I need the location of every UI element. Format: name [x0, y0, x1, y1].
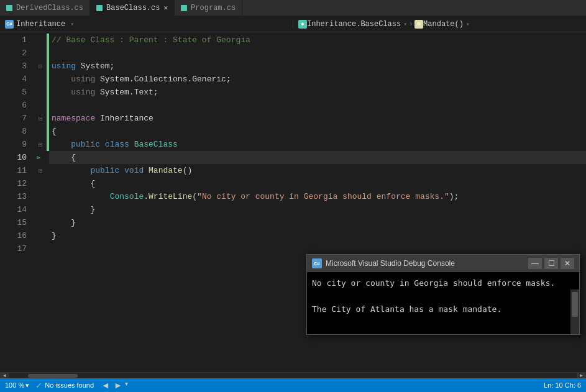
console-line-1: No city or county in Georgia should enfo… — [312, 277, 574, 290]
nav-right-button[interactable]: ► — [112, 380, 124, 390]
method-writeline-13: WriteLine — [149, 190, 192, 203]
code-line-16: } — [49, 229, 586, 242]
console-maximize-button[interactable]: ☐ — [544, 258, 558, 269]
line-numbers: 1 2 3 4 5 6 7 8 9 10 11 12 13 14 15 16 1… — [0, 32, 34, 372]
collapse-using[interactable]: ⊟ — [39, 63, 42, 70]
code-line-5: using System.Text; — [49, 86, 586, 99]
nav-left-button[interactable]: ◄ — [100, 380, 111, 390]
kw-namespace-7: namespace — [52, 112, 95, 125]
console-title-bar: C# Microsoft Visual Studio Debug Console… — [307, 255, 579, 272]
brace-close-14: } — [52, 203, 95, 216]
console-close-button[interactable]: ✕ — [561, 258, 574, 269]
col-15 — [34, 216, 47, 229]
console-scrollbar[interactable] — [570, 289, 579, 334]
class-console-13: Console — [110, 190, 144, 203]
code-line-11: public void Mandate () — [49, 164, 586, 177]
csharp-icon-left: C# — [5, 20, 14, 29]
code-line-13: Console . WriteLine ( "No city or county… — [49, 190, 586, 203]
dot-13: . — [144, 190, 149, 203]
breadcrumb-separator: › — [408, 19, 413, 29]
scroll-thumb[interactable] — [28, 374, 78, 378]
console-content-area: No city or county in Georgia should enfo… — [307, 272, 579, 334]
dark-using-4: using — [52, 73, 95, 86]
dark-using-5: using — [52, 86, 95, 99]
line-5: 5 — [0, 86, 29, 99]
col-11: ⊟ — [34, 164, 47, 177]
text-4: System.Collections.Generic; — [95, 73, 231, 86]
kw-class-9: class — [100, 138, 129, 151]
tab-program[interactable]: Program.cs — [175, 0, 242, 16]
col-3: ⊟ — [34, 60, 47, 73]
issues-status[interactable]: ✓ No issues found — [35, 381, 94, 390]
tab-label-base: BaseClass.cs — [106, 4, 160, 12]
code-line-1: // Base Class : Parent : State of Georgi… — [49, 34, 586, 47]
check-icon: ✓ — [35, 381, 42, 390]
line-1: 1 — [0, 34, 29, 47]
col-14 — [34, 203, 47, 216]
brace-12: { — [52, 177, 95, 190]
open-paren-13: ( — [192, 190, 197, 203]
col-6 — [34, 99, 47, 112]
breadcrumb-left[interactable]: C# Inheritance ▾ — [0, 20, 293, 29]
breadcrumb-right[interactable]: ◆ Inheritance.BaseClass ▾ › ⚙ Mandate() … — [293, 19, 586, 29]
console-minimize-button[interactable]: — — [528, 258, 542, 269]
scroll-track — [22, 373, 564, 378]
editor-area: 1 2 3 4 5 6 7 8 9 10 11 12 13 14 15 16 1… — [0, 32, 586, 372]
kw-using-3: using — [52, 60, 76, 73]
status-left: 100 % ▾ ✓ No issues found ◄ ► ▾ — [5, 380, 128, 390]
tab-close-base[interactable]: ✕ — [163, 4, 168, 12]
line-16: 16 — [0, 229, 29, 242]
string-13: "No city or county in Georgia should enf… — [197, 190, 449, 203]
class-name-9: BaseClass — [129, 138, 178, 151]
line-13: 13 — [0, 190, 29, 203]
tab-label-program: Program.cs — [191, 4, 236, 12]
collapse-bar: ⊟ ⊟ ⊟ ⊳ ⊟ — [34, 32, 47, 372]
indent-9 — [52, 138, 71, 151]
method-icon-right: ⚙ — [414, 20, 423, 29]
line-11: 11 — [0, 164, 29, 177]
parens-11: () — [183, 164, 193, 177]
comment-1: // Base Class : Parent : State of Georgi… — [52, 34, 250, 47]
scroll-left-button[interactable]: ◄ — [0, 373, 9, 379]
brace-close-16: } — [52, 229, 57, 242]
cursor-position: Ln: 10 Ch: 6 — [544, 381, 581, 389]
col-13 — [34, 190, 47, 203]
zoom-dropdown-icon: ▾ — [25, 381, 29, 390]
col-16 — [34, 229, 47, 242]
breadcrumb-dropdown-icon[interactable]: ▾ — [70, 21, 74, 28]
nav-arrows: ◄ ► ▾ — [100, 380, 128, 390]
breadcrumb-bar: C# Inheritance ▾ ◆ Inheritance.BaseClass… — [0, 16, 586, 32]
console-window-buttons: — ☐ ✕ — [528, 258, 574, 269]
breadcrumb-method-dropdown[interactable]: ▾ — [466, 21, 470, 28]
col-9: ⊟ — [34, 138, 47, 151]
method-name-11: Mandate — [144, 164, 182, 177]
breadcrumb-namespace: Inheritance — [16, 20, 65, 29]
line-15: 15 — [0, 216, 29, 229]
line-10: 10 — [0, 151, 29, 164]
tab-bar: DerivedClass.cs BaseClass.cs ✕ Program.c… — [0, 0, 586, 16]
collapse-namespace[interactable]: ⊟ — [39, 115, 42, 122]
line-12: 12 — [0, 177, 29, 190]
console-body: No city or county in Georgia should enfo… — [307, 272, 579, 334]
code-line-6 — [49, 99, 586, 112]
collapse-method[interactable]: ⊟ — [39, 167, 42, 175]
col-7: ⊟ — [34, 112, 47, 125]
scrollbar-thumb — [572, 292, 578, 317]
brace-close-15: } — [52, 216, 76, 229]
zoom-selector[interactable]: 100 % ▾ — [5, 381, 29, 390]
scroll-right-button[interactable]: ► — [577, 373, 586, 379]
tab-baseclass[interactable]: BaseClass.cs ✕ — [90, 0, 175, 16]
code-line-3: using System; — [49, 60, 586, 73]
col-2 — [34, 47, 47, 60]
collapse-class[interactable]: ⊟ — [39, 141, 42, 148]
indent-13 — [52, 190, 110, 203]
code-line-15: } — [49, 216, 586, 229]
horizontal-scrollbar[interactable]: ◄ ► — [0, 372, 586, 378]
brace-open-8: { — [52, 125, 57, 138]
code-line-4: using System.Collections.Generic; — [49, 73, 586, 86]
main-container: DerivedClass.cs BaseClass.cs ✕ Program.c… — [0, 0, 586, 392]
nav-dropdown[interactable]: ▾ — [125, 380, 128, 390]
breadcrumb-class-dropdown[interactable]: ▾ — [403, 21, 407, 28]
tab-derivedclass[interactable]: DerivedClass.cs — [0, 0, 90, 16]
console-line-3: The City of Atlanta has a mask mandate. — [312, 303, 574, 316]
